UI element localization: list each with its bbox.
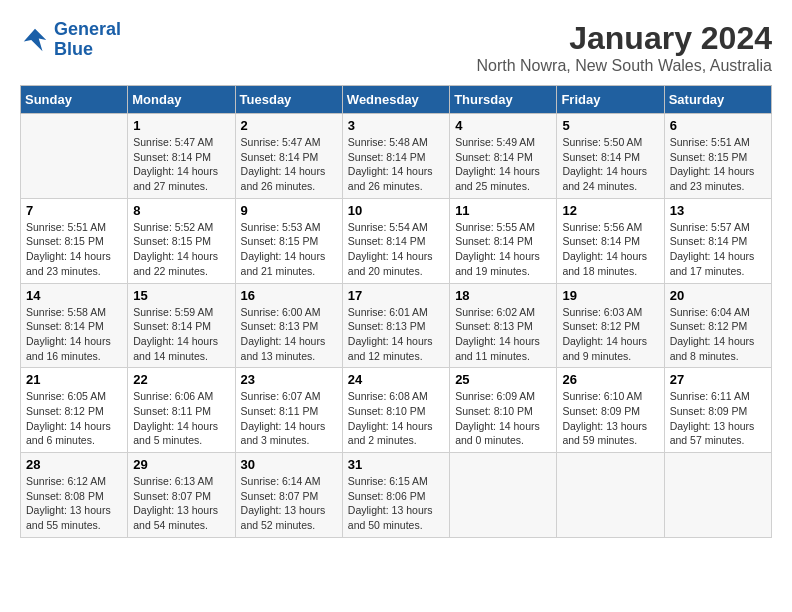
header-cell-friday: Friday	[557, 86, 664, 114]
day-number: 4	[455, 118, 551, 133]
header-cell-sunday: Sunday	[21, 86, 128, 114]
svg-marker-0	[24, 29, 47, 52]
day-info: Sunrise: 6:10 AM Sunset: 8:09 PM Dayligh…	[562, 389, 658, 448]
week-row-5: 28Sunrise: 6:12 AM Sunset: 8:08 PM Dayli…	[21, 453, 772, 538]
calendar-cell: 28Sunrise: 6:12 AM Sunset: 8:08 PM Dayli…	[21, 453, 128, 538]
calendar-cell: 31Sunrise: 6:15 AM Sunset: 8:06 PM Dayli…	[342, 453, 449, 538]
day-info: Sunrise: 6:03 AM Sunset: 8:12 PM Dayligh…	[562, 305, 658, 364]
logo-line1: General	[54, 19, 121, 39]
calendar-cell: 4Sunrise: 5:49 AM Sunset: 8:14 PM Daylig…	[450, 114, 557, 199]
calendar-cell: 1Sunrise: 5:47 AM Sunset: 8:14 PM Daylig…	[128, 114, 235, 199]
title-block: January 2024 North Nowra, New South Wale…	[476, 20, 772, 75]
calendar-cell: 24Sunrise: 6:08 AM Sunset: 8:10 PM Dayli…	[342, 368, 449, 453]
day-number: 24	[348, 372, 444, 387]
calendar-title: January 2024	[476, 20, 772, 57]
day-info: Sunrise: 6:04 AM Sunset: 8:12 PM Dayligh…	[670, 305, 766, 364]
day-info: Sunrise: 6:14 AM Sunset: 8:07 PM Dayligh…	[241, 474, 337, 533]
day-info: Sunrise: 5:59 AM Sunset: 8:14 PM Dayligh…	[133, 305, 229, 364]
calendar-cell	[664, 453, 771, 538]
day-number: 1	[133, 118, 229, 133]
day-number: 20	[670, 288, 766, 303]
calendar-cell: 2Sunrise: 5:47 AM Sunset: 8:14 PM Daylig…	[235, 114, 342, 199]
day-number: 13	[670, 203, 766, 218]
logo-icon	[20, 25, 50, 55]
header-cell-thursday: Thursday	[450, 86, 557, 114]
day-info: Sunrise: 5:54 AM Sunset: 8:14 PM Dayligh…	[348, 220, 444, 279]
day-info: Sunrise: 5:47 AM Sunset: 8:14 PM Dayligh…	[241, 135, 337, 194]
calendar-cell: 11Sunrise: 5:55 AM Sunset: 8:14 PM Dayli…	[450, 198, 557, 283]
day-number: 25	[455, 372, 551, 387]
day-info: Sunrise: 6:07 AM Sunset: 8:11 PM Dayligh…	[241, 389, 337, 448]
calendar-cell: 30Sunrise: 6:14 AM Sunset: 8:07 PM Dayli…	[235, 453, 342, 538]
header-cell-wednesday: Wednesday	[342, 86, 449, 114]
day-info: Sunrise: 5:57 AM Sunset: 8:14 PM Dayligh…	[670, 220, 766, 279]
week-row-1: 1Sunrise: 5:47 AM Sunset: 8:14 PM Daylig…	[21, 114, 772, 199]
header-cell-saturday: Saturday	[664, 86, 771, 114]
calendar-cell: 26Sunrise: 6:10 AM Sunset: 8:09 PM Dayli…	[557, 368, 664, 453]
day-info: Sunrise: 5:49 AM Sunset: 8:14 PM Dayligh…	[455, 135, 551, 194]
day-number: 12	[562, 203, 658, 218]
header-cell-tuesday: Tuesday	[235, 86, 342, 114]
day-number: 8	[133, 203, 229, 218]
day-number: 5	[562, 118, 658, 133]
page-header: General Blue January 2024 North Nowra, N…	[20, 20, 772, 75]
day-info: Sunrise: 6:09 AM Sunset: 8:10 PM Dayligh…	[455, 389, 551, 448]
calendar-cell: 8Sunrise: 5:52 AM Sunset: 8:15 PM Daylig…	[128, 198, 235, 283]
calendar-subtitle: North Nowra, New South Wales, Australia	[476, 57, 772, 75]
calendar-cell: 10Sunrise: 5:54 AM Sunset: 8:14 PM Dayli…	[342, 198, 449, 283]
day-info: Sunrise: 6:02 AM Sunset: 8:13 PM Dayligh…	[455, 305, 551, 364]
day-number: 28	[26, 457, 122, 472]
day-number: 23	[241, 372, 337, 387]
day-number: 22	[133, 372, 229, 387]
calendar-cell: 16Sunrise: 6:00 AM Sunset: 8:13 PM Dayli…	[235, 283, 342, 368]
header-cell-monday: Monday	[128, 86, 235, 114]
day-info: Sunrise: 6:05 AM Sunset: 8:12 PM Dayligh…	[26, 389, 122, 448]
day-number: 30	[241, 457, 337, 472]
day-info: Sunrise: 5:51 AM Sunset: 8:15 PM Dayligh…	[26, 220, 122, 279]
calendar-cell: 21Sunrise: 6:05 AM Sunset: 8:12 PM Dayli…	[21, 368, 128, 453]
logo: General Blue	[20, 20, 121, 60]
calendar-table: SundayMondayTuesdayWednesdayThursdayFrid…	[20, 85, 772, 538]
day-info: Sunrise: 5:47 AM Sunset: 8:14 PM Dayligh…	[133, 135, 229, 194]
week-row-3: 14Sunrise: 5:58 AM Sunset: 8:14 PM Dayli…	[21, 283, 772, 368]
calendar-cell	[450, 453, 557, 538]
week-row-4: 21Sunrise: 6:05 AM Sunset: 8:12 PM Dayli…	[21, 368, 772, 453]
day-info: Sunrise: 5:58 AM Sunset: 8:14 PM Dayligh…	[26, 305, 122, 364]
day-info: Sunrise: 6:15 AM Sunset: 8:06 PM Dayligh…	[348, 474, 444, 533]
calendar-cell: 18Sunrise: 6:02 AM Sunset: 8:13 PM Dayli…	[450, 283, 557, 368]
calendar-cell	[557, 453, 664, 538]
day-info: Sunrise: 6:12 AM Sunset: 8:08 PM Dayligh…	[26, 474, 122, 533]
calendar-cell: 5Sunrise: 5:50 AM Sunset: 8:14 PM Daylig…	[557, 114, 664, 199]
day-number: 15	[133, 288, 229, 303]
day-number: 10	[348, 203, 444, 218]
day-info: Sunrise: 6:11 AM Sunset: 8:09 PM Dayligh…	[670, 389, 766, 448]
day-number: 14	[26, 288, 122, 303]
calendar-cell: 15Sunrise: 5:59 AM Sunset: 8:14 PM Dayli…	[128, 283, 235, 368]
day-number: 11	[455, 203, 551, 218]
calendar-cell: 12Sunrise: 5:56 AM Sunset: 8:14 PM Dayli…	[557, 198, 664, 283]
day-info: Sunrise: 5:50 AM Sunset: 8:14 PM Dayligh…	[562, 135, 658, 194]
day-number: 17	[348, 288, 444, 303]
day-number: 9	[241, 203, 337, 218]
calendar-cell: 14Sunrise: 5:58 AM Sunset: 8:14 PM Dayli…	[21, 283, 128, 368]
day-info: Sunrise: 5:53 AM Sunset: 8:15 PM Dayligh…	[241, 220, 337, 279]
day-number: 29	[133, 457, 229, 472]
calendar-cell	[21, 114, 128, 199]
calendar-cell: 22Sunrise: 6:06 AM Sunset: 8:11 PM Dayli…	[128, 368, 235, 453]
day-number: 3	[348, 118, 444, 133]
day-info: Sunrise: 5:55 AM Sunset: 8:14 PM Dayligh…	[455, 220, 551, 279]
header-row: SundayMondayTuesdayWednesdayThursdayFrid…	[21, 86, 772, 114]
day-info: Sunrise: 6:08 AM Sunset: 8:10 PM Dayligh…	[348, 389, 444, 448]
day-number: 21	[26, 372, 122, 387]
calendar-cell: 9Sunrise: 5:53 AM Sunset: 8:15 PM Daylig…	[235, 198, 342, 283]
calendar-cell: 25Sunrise: 6:09 AM Sunset: 8:10 PM Dayli…	[450, 368, 557, 453]
day-number: 16	[241, 288, 337, 303]
day-info: Sunrise: 5:52 AM Sunset: 8:15 PM Dayligh…	[133, 220, 229, 279]
day-info: Sunrise: 6:06 AM Sunset: 8:11 PM Dayligh…	[133, 389, 229, 448]
day-number: 19	[562, 288, 658, 303]
week-row-2: 7Sunrise: 5:51 AM Sunset: 8:15 PM Daylig…	[21, 198, 772, 283]
calendar-cell: 3Sunrise: 5:48 AM Sunset: 8:14 PM Daylig…	[342, 114, 449, 199]
calendar-cell: 17Sunrise: 6:01 AM Sunset: 8:13 PM Dayli…	[342, 283, 449, 368]
calendar-cell: 29Sunrise: 6:13 AM Sunset: 8:07 PM Dayli…	[128, 453, 235, 538]
calendar-cell: 19Sunrise: 6:03 AM Sunset: 8:12 PM Dayli…	[557, 283, 664, 368]
